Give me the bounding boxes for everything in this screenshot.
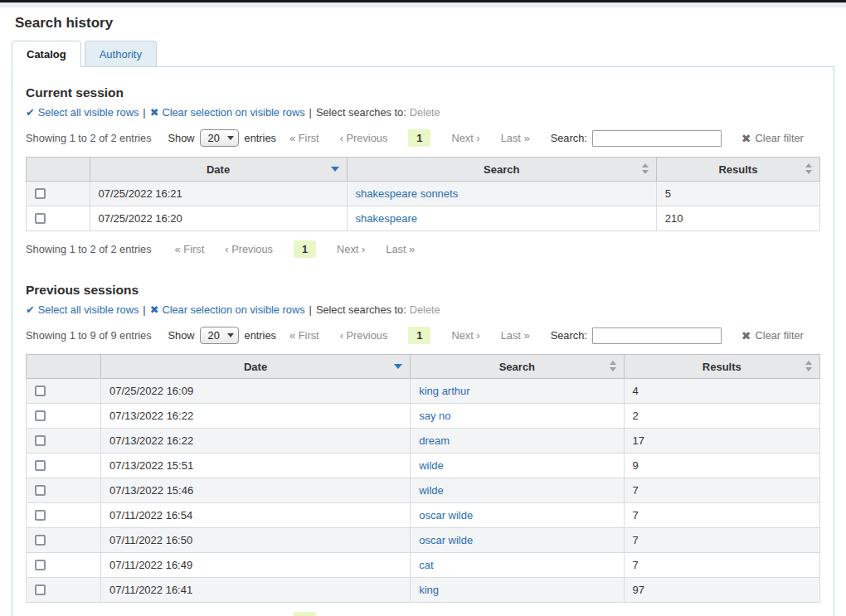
- delete-button[interactable]: Delete: [410, 106, 440, 119]
- search-label: Search:: [551, 132, 587, 144]
- checkbox-cell: [27, 578, 101, 603]
- table-row: 07/25/2022 16:21shakespeare sonnets5: [27, 182, 820, 206]
- row-checkbox[interactable]: [35, 510, 46, 521]
- column-header-date[interactable]: Date: [100, 355, 410, 379]
- row-checkbox[interactable]: [35, 410, 46, 421]
- column-header-search[interactable]: Search: [347, 158, 656, 182]
- pagination-current-page[interactable]: 1: [294, 612, 316, 616]
- search-cell: wilde: [411, 478, 624, 503]
- select-all-link[interactable]: Select all visible rows: [38, 106, 139, 119]
- table-row: 07/11/2022 16:41king97: [27, 578, 820, 603]
- pagination-first[interactable]: « First: [289, 132, 319, 144]
- tab-content-panel: Current session ✔Select all visible rows…: [12, 66, 834, 616]
- pagination-next[interactable]: Next ›: [337, 243, 365, 255]
- first-chevrons-icon: «: [289, 329, 295, 342]
- date-cell: 07/13/2022 15:46: [100, 478, 410, 503]
- row-checkbox[interactable]: [35, 213, 46, 224]
- check-icon: ✔: [26, 106, 35, 119]
- pagination-first[interactable]: « First: [289, 329, 319, 342]
- tab-catalog[interactable]: Catalog: [12, 41, 81, 67]
- pagination-current-page[interactable]: 1: [408, 327, 430, 344]
- pagination-previous[interactable]: ‹ Previous: [225, 243, 273, 255]
- search-input[interactable]: [592, 130, 722, 147]
- tab-authority[interactable]: Authority: [85, 41, 157, 67]
- footer-showing-entries: Showing 1 to 2 of 2 entries: [26, 243, 152, 255]
- search-link[interactable]: wilde: [419, 484, 444, 497]
- clear-selection-link[interactable]: Clear selection on visible rows: [162, 303, 304, 316]
- clear-filter-button[interactable]: ✖ Clear filter: [741, 132, 804, 145]
- row-checkbox[interactable]: [35, 435, 46, 446]
- pagination-last[interactable]: Last »: [501, 132, 530, 144]
- column-header-results[interactable]: Results: [624, 355, 819, 379]
- search-link[interactable]: dream: [419, 434, 450, 447]
- date-cell: 07/13/2022 15:51: [100, 454, 410, 478]
- pagination-next[interactable]: Next ›: [451, 132, 479, 144]
- table-row: 07/13/2022 15:51wilde9: [27, 454, 820, 478]
- entries-label: entries: [245, 132, 276, 144]
- search-link[interactable]: king arthur: [419, 385, 469, 397]
- column-header-checkbox: [27, 355, 101, 379]
- pagination-last[interactable]: Last »: [501, 329, 530, 342]
- search-link[interactable]: say no: [419, 410, 450, 422]
- row-checkbox[interactable]: [35, 560, 46, 570]
- next-chevron-icon: ›: [362, 243, 365, 255]
- pagination-next[interactable]: Next ›: [451, 329, 479, 342]
- show-label: Show: [168, 329, 195, 342]
- search-link[interactable]: cat: [419, 559, 433, 571]
- clear-selection-link[interactable]: Clear selection on visible rows: [162, 106, 304, 119]
- search-link[interactable]: oscar wilde: [419, 509, 473, 521]
- results-cell: 7: [624, 503, 819, 528]
- separator: |: [143, 106, 145, 119]
- search-link[interactable]: shakespeare: [356, 212, 417, 225]
- search-link[interactable]: oscar wilde: [419, 534, 473, 546]
- page-size-select[interactable]: 20: [200, 327, 239, 344]
- table-controls: Showing 1 to 9 of 9 entries Show 20 entr…: [26, 327, 820, 344]
- row-checkbox[interactable]: [35, 584, 46, 595]
- showing-entries: Showing 1 to 9 of 9 entries: [26, 329, 152, 342]
- sort-icon: [642, 163, 649, 174]
- search-link[interactable]: shakespeare sonnets: [356, 187, 459, 200]
- clear-filter-button[interactable]: ✖ Clear filter: [741, 329, 804, 342]
- checkbox-cell: [27, 206, 90, 231]
- row-checkbox[interactable]: [35, 188, 46, 199]
- results-cell: 2: [624, 404, 819, 429]
- column-header-search[interactable]: Search: [411, 355, 624, 379]
- row-checkbox[interactable]: [35, 386, 46, 396]
- checkbox-cell: [27, 503, 101, 528]
- pagination-current-page[interactable]: 1: [408, 129, 430, 147]
- pagination-previous[interactable]: ‹ Previous: [340, 329, 388, 342]
- row-checkbox[interactable]: [35, 485, 46, 496]
- sort-icon: [610, 361, 616, 371]
- sort-descending-icon: [331, 167, 339, 172]
- table-row: 07/11/2022 16:49cat7: [27, 553, 820, 578]
- search-label: Search:: [551, 329, 587, 342]
- search-link[interactable]: wilde: [419, 459, 444, 472]
- pagination-first[interactable]: « First: [175, 243, 205, 255]
- pagination-previous[interactable]: ‹ Previous: [340, 132, 388, 144]
- checkbox-cell: [27, 553, 101, 578]
- pagination-last[interactable]: Last »: [386, 243, 415, 255]
- last-chevrons-icon: »: [523, 329, 529, 342]
- date-cell: 07/25/2022 16:21: [90, 182, 347, 206]
- select-all-link[interactable]: Select all visible rows: [38, 303, 139, 316]
- column-header-results[interactable]: Results: [656, 158, 819, 182]
- column-header-date[interactable]: Date: [90, 158, 347, 182]
- table-controls: Showing 1 to 2 of 2 entries Show 20 entr…: [26, 129, 820, 147]
- select-searches-label: Select searches to:: [316, 106, 406, 119]
- top-strip: [0, 2, 846, 7]
- search-cell: king arthur: [411, 379, 624, 404]
- separator: |: [309, 106, 312, 119]
- delete-button[interactable]: Delete: [410, 303, 440, 316]
- row-checkbox[interactable]: [35, 460, 46, 471]
- search-cell: wilde: [411, 454, 624, 478]
- table-footer: Showing 1 to 2 of 2 entries « First ‹ Pr…: [26, 240, 820, 258]
- search-input[interactable]: [592, 327, 722, 344]
- table-row: 07/13/2022 15:46wilde7: [27, 478, 820, 503]
- page-size-select[interactable]: 20: [200, 129, 239, 147]
- pagination-current-page[interactable]: 1: [294, 240, 316, 258]
- results-cell: 4: [624, 379, 819, 404]
- results-cell: 7: [624, 528, 819, 553]
- pagination: « First ‹ Previous 1 Next › Last »: [175, 612, 436, 616]
- row-checkbox[interactable]: [35, 535, 46, 546]
- search-link[interactable]: king: [419, 584, 439, 596]
